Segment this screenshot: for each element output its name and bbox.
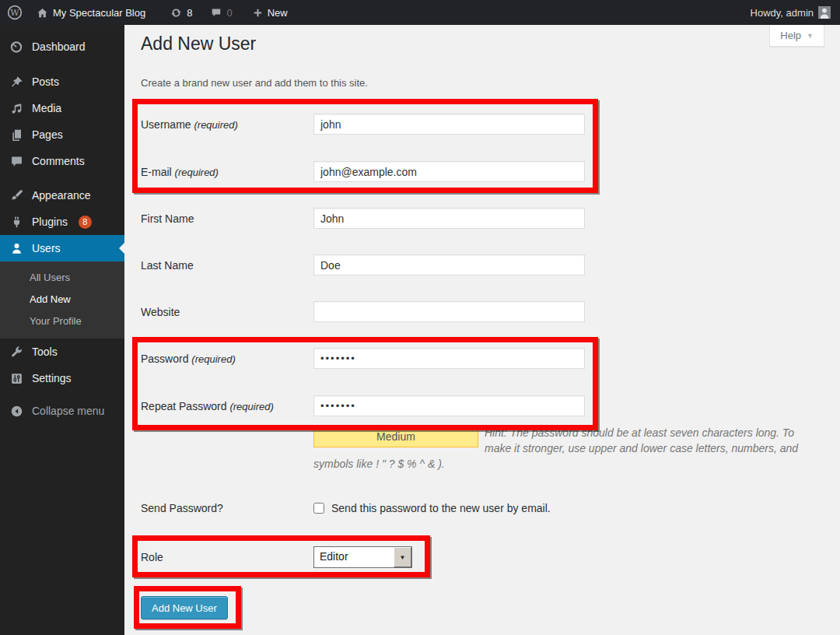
sidebar-item-label: Dashboard <box>32 40 86 53</box>
required-label: (required) <box>229 401 273 412</box>
svg-text:W: W <box>10 8 19 18</box>
sidebar-item-plugins[interactable]: Plugins 8 <box>0 209 124 235</box>
required-label: (required) <box>191 353 235 365</box>
role-select[interactable]: Editor ▼ <box>313 546 412 568</box>
comment-count: 0 <box>226 7 232 19</box>
update-icon <box>170 7 182 19</box>
wordpress-logo-menu[interactable]: W <box>0 0 30 25</box>
required-label: (required) <box>194 119 237 131</box>
new-content-menu[interactable]: New <box>246 0 295 25</box>
comments-link[interactable]: 0 <box>204 0 239 25</box>
email-label: E-mail (required) <box>141 166 313 178</box>
last-name-input[interactable] <box>313 254 585 275</box>
comment-bubble-icon <box>211 7 222 18</box>
new-label: New <box>268 7 288 19</box>
role-selected-value: Editor <box>314 547 394 567</box>
first-name-row: First Name <box>141 208 585 229</box>
menu-separator <box>0 25 124 33</box>
submenu-item-all-users[interactable]: All Users <box>0 267 124 289</box>
collapse-arrow-icon <box>9 405 24 418</box>
page-title: Add New User <box>141 33 256 54</box>
pages-icon <box>9 128 24 142</box>
sidebar-item-label: Tools <box>32 346 58 358</box>
website-input[interactable] <box>313 301 585 322</box>
sidebar-item-label: Collapse menu <box>32 405 104 417</box>
plus-icon <box>253 8 263 18</box>
email-input[interactable] <box>313 161 585 182</box>
submenu-item-your-profile[interactable]: Your Profile <box>0 310 124 332</box>
sidebar-item-label: Media <box>32 102 61 114</box>
password-input[interactable] <box>313 348 585 369</box>
page-description: Create a brand new user and add them to … <box>141 77 368 89</box>
sidebar-item-users[interactable]: Users <box>0 235 124 261</box>
sidebar-item-pages[interactable]: Pages <box>0 121 124 148</box>
settings-sliders-icon <box>9 372 24 385</box>
send-password-text: Send this password to the new user by em… <box>331 502 551 514</box>
email-row: E-mail (required) <box>141 161 585 182</box>
wordpress-logo-icon: W <box>7 5 23 20</box>
sidebar-item-label: Posts <box>32 75 59 88</box>
last-name-label: Last Name <box>141 259 313 272</box>
send-password-row: Send Password? Send this password to the… <box>141 502 551 514</box>
help-button[interactable]: Help ▼ <box>769 25 824 47</box>
website-label: Website <box>141 306 313 318</box>
role-row: Role Editor ▼ <box>141 546 412 568</box>
site-name-label: My Spectacular Blog <box>53 7 145 19</box>
account-menu[interactable]: Howdy, admin <box>744 0 840 25</box>
sidebar-item-label: Comments <box>32 155 85 167</box>
submenu-item-add-new[interactable]: Add New <box>0 289 124 310</box>
dropdown-arrow-icon[interactable]: ▼ <box>394 547 411 567</box>
last-name-row: Last Name <box>141 254 585 275</box>
plugin-update-badge: 8 <box>79 216 92 229</box>
sidebar-item-label: Appearance <box>32 189 91 202</box>
username-label: Username (required) <box>141 118 313 131</box>
avatar <box>818 6 831 19</box>
comment-bubble-icon <box>9 155 24 168</box>
sidebar-item-appearance[interactable]: Appearance <box>0 182 124 209</box>
wordpress-admin-page: W My Spectacular Blog 8 0 New <box>0 0 840 635</box>
send-password-label: Send Password? <box>141 502 313 514</box>
repeat-password-input[interactable] <box>313 395 585 416</box>
pushpin-icon <box>9 75 24 89</box>
home-icon <box>37 7 48 19</box>
role-label: Role <box>141 551 313 563</box>
admin-toolbar: W My Spectacular Blog 8 0 New <box>0 0 840 25</box>
first-name-input[interactable] <box>313 208 585 229</box>
dashboard-gauge-icon <box>9 40 24 54</box>
username-row: Username (required) <box>141 114 585 135</box>
username-input[interactable] <box>313 114 585 135</box>
password-label: Password (required) <box>141 353 313 365</box>
repeat-password-row: Repeat Password (required) <box>141 395 585 416</box>
sidebar-item-label: Settings <box>32 372 72 384</box>
plug-icon <box>9 216 24 229</box>
website-row: Website <box>141 301 585 322</box>
media-notes-icon <box>9 102 24 115</box>
sidebar-item-label: Pages <box>32 128 63 141</box>
wrench-icon <box>9 346 24 359</box>
chevron-down-icon: ▼ <box>807 32 814 40</box>
update-count: 8 <box>187 7 192 19</box>
send-password-checkbox[interactable] <box>313 503 324 514</box>
user-icon <box>9 242 24 255</box>
password-strength-meter: Medium <box>313 426 478 447</box>
sidebar-item-tools[interactable]: Tools <box>0 339 124 365</box>
sidebar-item-comments[interactable]: Comments <box>0 148 124 174</box>
first-name-label: First Name <box>141 212 313 225</box>
sidebar-item-label: Users <box>32 242 61 254</box>
site-name-link[interactable]: My Spectacular Blog <box>30 0 152 25</box>
sidebar-item-settings[interactable]: Settings <box>0 365 124 391</box>
password-row: Password (required) <box>141 348 585 369</box>
required-label: (required) <box>175 167 219 178</box>
help-label: Help <box>780 30 801 41</box>
menu-separator <box>0 60 124 68</box>
sidebar-item-media[interactable]: Media <box>0 95 124 121</box>
sidebar-item-dashboard[interactable]: Dashboard <box>0 33 124 60</box>
repeat-password-label: Repeat Password (required) <box>141 400 313 412</box>
sidebar-item-posts[interactable]: Posts <box>0 68 124 95</box>
updates-link[interactable]: 8 <box>163 0 199 25</box>
users-submenu: All Users Add New Your Profile <box>0 261 124 339</box>
password-strength-section: Medium Hint: The password should be at l… <box>313 425 807 472</box>
admin-sidebar-menu: Dashboard Posts Media Pages Comments <box>0 25 124 635</box>
collapse-menu-button[interactable]: Collapse menu <box>0 398 124 424</box>
add-new-user-button[interactable]: Add New User <box>141 596 228 619</box>
